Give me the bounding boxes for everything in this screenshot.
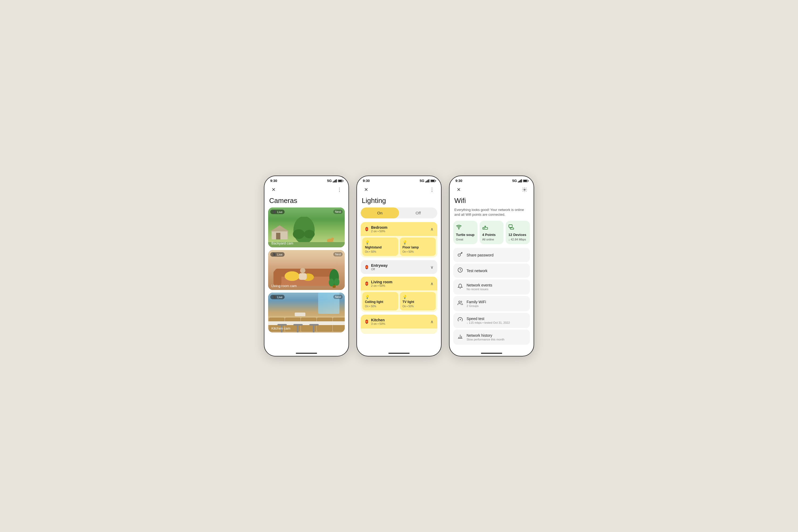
tvlight-icon: 💡: [402, 295, 433, 299]
battery-fill: [338, 180, 342, 182]
tree-svg: [292, 217, 316, 243]
cameras-title: Cameras: [264, 195, 348, 208]
ceiling-card[interactable]: 💡 Ceiling light On • 50%: [362, 292, 398, 310]
more-button-cameras[interactable]: ⋮: [335, 185, 344, 194]
entryway-name: Entryway: [371, 263, 387, 268]
family-wifi-sub: 2 Groups: [467, 304, 526, 307]
svg-point-8: [331, 238, 334, 240]
family-wifi-item[interactable]: Family WiFi 2 Groups: [453, 296, 530, 311]
living-cam-name: Living room cam: [271, 284, 297, 288]
camera-phone: 9:30 5G ✕ ⋮ Cameras: [264, 175, 349, 357]
wifi-signal-icon: [456, 224, 475, 231]
status-bar-wifi: 9:30 5G: [450, 176, 534, 184]
toggle-on-button[interactable]: On: [361, 208, 399, 218]
kitchen-section: 🏮 Kitchen 3 on • 50% ∧: [361, 315, 437, 334]
status-time-cameras: 9:30: [270, 179, 277, 183]
people-icon: [457, 300, 463, 307]
floorlamp-sub: On • 50%: [402, 250, 433, 253]
svg-rect-35: [293, 324, 303, 326]
backyard-cam-name: Backyard cam: [271, 241, 293, 245]
svg-point-6: [304, 230, 315, 238]
network-events-sub: No recent issues: [467, 288, 526, 291]
wifi-content: Turtle soup Great 4 Points Al: [450, 221, 534, 356]
svg-marker-1: [270, 225, 289, 231]
speed-test-item[interactable]: Speed test ↓ 115 mbps • tested Oct 31, 2…: [453, 313, 530, 328]
chart-svg: [457, 334, 463, 339]
camera-list-content: 🎥 Live Nest Backyard cam: [264, 208, 348, 356]
close-button-cameras[interactable]: ✕: [269, 185, 278, 194]
speed-test-content: Speed test ↓ 115 mbps • tested Oct 31, 2…: [467, 317, 526, 324]
signal-icon-cameras: [333, 179, 337, 183]
bedroom-section: 🏮 Bedroom 2 on • 50% ∧ 💡 Nightstand On •…: [361, 222, 437, 258]
wifi-card-points[interactable]: 4 Points All online: [480, 221, 504, 244]
svg-rect-44: [509, 225, 512, 227]
kitchen-header[interactable]: 🏮 Kitchen 3 on • 50% ∧: [361, 315, 437, 328]
network-lighting: 5G: [420, 179, 424, 183]
svg-rect-24: [299, 273, 307, 280]
tvlight-card[interactable]: 💡 TV light On • 50%: [400, 292, 436, 310]
wifi-menu-list: Share password Test network: [450, 248, 534, 346]
kitchen-live-badge: 🎥 Live: [270, 295, 285, 299]
camera-card-kitchen[interactable]: 🎥 Live Nest Kitchen cam: [268, 292, 345, 332]
share-password-content: Share password: [467, 253, 526, 257]
bedroom-lamp-icon: 🏮: [364, 227, 369, 231]
router-icon: [482, 224, 501, 231]
network-history-item[interactable]: Network history Slow performance this mo…: [453, 329, 530, 345]
more-button-lighting[interactable]: ⋮: [428, 185, 436, 194]
speedometer-svg: [457, 267, 463, 273]
svg-point-5: [293, 229, 305, 239]
camera-card-living[interactable]: 🎥 Live Nest Living room cam: [268, 250, 345, 290]
test-network-item[interactable]: Test network: [453, 264, 530, 278]
backyard-live-text: Live: [277, 210, 283, 214]
entryway-header[interactable]: 🏮 Entryway Off ∨: [361, 260, 437, 274]
share-password-item[interactable]: Share password: [453, 248, 530, 262]
livingroom-info: Living room 2 on • 50%: [371, 280, 392, 287]
network-cameras: 5G: [327, 179, 332, 183]
svg-rect-33: [278, 324, 287, 326]
ceiling-name: Ceiling light: [365, 300, 396, 304]
status-icons-cameras: 5G: [327, 179, 343, 183]
phones-container: 9:30 5G ✕ ⋮ Cameras: [264, 175, 534, 357]
kitchen-lights: [361, 328, 437, 334]
battery-icon-cameras: [338, 179, 343, 182]
router-svg: [482, 224, 488, 230]
kitchen-info: Kitchen 3 on • 50%: [371, 318, 385, 325]
bedroom-name: Bedroom: [371, 225, 387, 230]
kitchen-header-left: 🏮 Kitchen 3 on • 50%: [364, 318, 385, 325]
entryway-info: Entryway Off: [371, 263, 387, 271]
settings-button-wifi[interactable]: [520, 185, 529, 194]
ceiling-icon: 💡: [365, 295, 396, 299]
key-icon: [457, 252, 463, 258]
network-wifi: 5G: [512, 179, 517, 183]
entryway-lamp-icon: 🏮: [364, 265, 369, 269]
status-bar-cameras: 9:30 5G: [264, 176, 348, 184]
network-events-item[interactable]: Network events No recent issues: [453, 279, 530, 294]
test-network-content: Test network: [467, 269, 526, 273]
entryway-section: 🏮 Entryway Off ∨: [361, 260, 437, 274]
on-off-toggle[interactable]: On Off: [361, 208, 437, 218]
svg-point-22: [334, 278, 339, 286]
nightstand-card[interactable]: 💡 Nightstand On • 50%: [362, 238, 398, 256]
network-events-title: Network events: [467, 283, 526, 287]
speed-test-title: Speed test: [467, 317, 526, 321]
network-history-title: Network history: [467, 333, 526, 338]
house-svg: [270, 225, 289, 240]
bedroom-header[interactable]: 🏮 Bedroom 2 on • 50% ∧: [361, 222, 437, 236]
svg-rect-36: [297, 326, 299, 332]
signal-bar-1: [333, 182, 334, 183]
floorlamp-card[interactable]: 💡 Floor lamp On • 50%: [400, 238, 436, 256]
kitchen-live-text: Live: [277, 296, 283, 299]
toggle-off-button[interactable]: Off: [399, 208, 437, 218]
camera-card-backyard[interactable]: 🎥 Live Nest Backyard cam: [268, 208, 345, 247]
wifi-description: Everything looks good! Your network is o…: [450, 208, 534, 221]
wifi-card-network[interactable]: Turtle soup Great: [453, 221, 477, 244]
close-button-wifi[interactable]: ✕: [454, 185, 463, 194]
wifi-title: Wifi: [450, 195, 534, 208]
svg-point-23: [300, 268, 305, 273]
svg-rect-2: [276, 233, 280, 240]
wifi-card-devices[interactable]: 12 Devices ↓ 42.84 Mbps: [506, 221, 530, 244]
kitchen-sub: 3 on • 50%: [371, 322, 385, 325]
bedroom-lights: 💡 Nightstand On • 50% 💡 Floor lamp On • …: [361, 236, 437, 258]
livingroom-header[interactable]: 🏮 Living room 2 on • 50% ∧: [361, 277, 437, 290]
close-button-lighting[interactable]: ✕: [362, 185, 370, 194]
